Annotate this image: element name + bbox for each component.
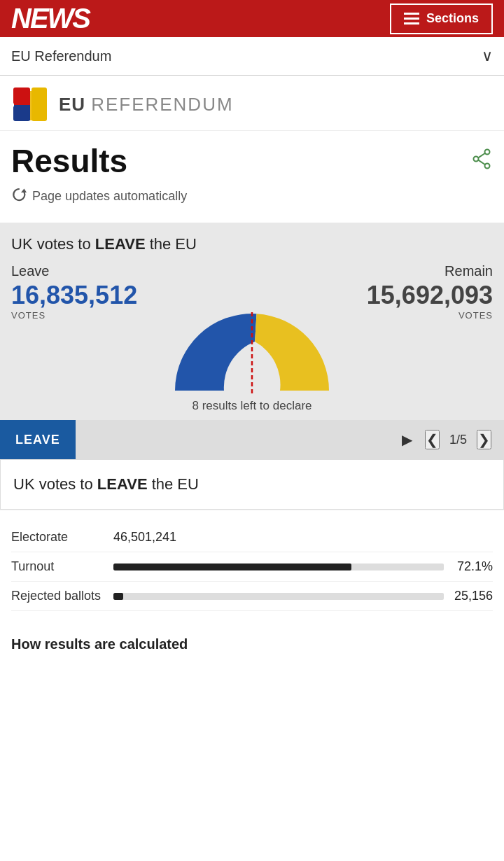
uk-votes-suffix: the EU: [148, 475, 199, 493]
electorate-row: Electorate 46,501,241: [11, 523, 493, 552]
refresh-icon: [11, 187, 27, 206]
turnout-bar-fill: [113, 564, 351, 570]
results-title: Results: [11, 142, 127, 180]
rejected-ballots-bar-fill: [113, 593, 123, 600]
uk-votes-prefix: UK votes to: [13, 475, 97, 493]
rejected-ballots-value: 25,156: [451, 589, 493, 603]
svg-marker-13: [21, 189, 27, 193]
remain-count: 15,692,093: [367, 281, 493, 310]
play-button[interactable]: ▶: [402, 431, 412, 448]
results-section: Results Page updates automatically: [0, 131, 504, 216]
eu-bold-text: EU: [59, 94, 85, 115]
uk-votes-card-text: UK votes to LEAVE the EU: [13, 475, 491, 493]
rejected-ballots-row: Rejected ballots 25,156: [11, 582, 493, 611]
eu-referendum-logo-section: EU REFERENDUM: [0, 76, 504, 131]
vote-headline-suffix: the EU: [146, 235, 197, 253]
svg-point-10: [474, 156, 479, 161]
breadcrumb-text: EU Referendum: [11, 48, 111, 64]
leave-word: VOTES: [11, 310, 137, 321]
remain-label: Remain: [367, 263, 493, 279]
prev-page-button[interactable]: ❮: [425, 430, 440, 449]
leave-tab: LEAVE: [0, 420, 76, 459]
uk-votes-strong: LEAVE: [97, 475, 148, 493]
turnout-bar-track: [113, 564, 444, 570]
eu-cube-icon: [11, 85, 49, 123]
nav-controls: ▶ ❮ 1/5 ❯: [402, 430, 504, 449]
svg-rect-6: [13, 106, 30, 121]
eu-light-text: REFERENDUM: [91, 94, 233, 115]
nav-bar: LEAVE ▶ ❮ 1/5 ❯: [0, 420, 504, 459]
rejected-ballots-label: Rejected ballots: [11, 589, 102, 603]
page-updates-row: Page updates automatically: [11, 187, 493, 216]
vote-panel: UK votes to LEAVE the EU Leave 16,835,51…: [0, 223, 504, 420]
leave-count: 16,835,512: [11, 281, 137, 310]
hamburger-icon: [404, 13, 419, 24]
turnout-label: Turnout: [11, 559, 102, 574]
electorate-value: 46,501,241: [113, 530, 493, 545]
sections-label: Sections: [426, 11, 479, 26]
remain-side: Remain 15,692,093 VOTES: [367, 263, 493, 321]
vote-numbers-row: Leave 16,835,512 VOTES Remain 15,692,093…: [11, 263, 493, 321]
svg-point-9: [485, 163, 490, 168]
svg-point-8: [485, 149, 490, 154]
svg-rect-7: [31, 88, 47, 121]
rejected-ballots-bar-track: [113, 593, 444, 600]
turnout-row: Turnout 72.1%: [11, 552, 493, 582]
uk-votes-card: UK votes to LEAVE the EU: [0, 459, 504, 510]
svg-rect-5: [13, 88, 30, 104]
vote-headline: UK votes to LEAVE the EU: [11, 235, 493, 253]
next-page-button[interactable]: ❯: [477, 430, 491, 449]
vote-headline-prefix: UK votes to: [11, 235, 95, 253]
turnout-bar-container: 72.1%: [113, 559, 493, 574]
turnout-percent: 72.1%: [451, 559, 493, 574]
remain-word: VOTES: [367, 310, 493, 321]
header: NEWS Sections: [0, 0, 504, 37]
rejected-ballots-bar-container: 25,156: [113, 589, 493, 603]
bbc-news-logo: NEWS: [11, 3, 90, 34]
page-updates-text: Page updates automatically: [32, 189, 187, 204]
chevron-down-icon: ∨: [482, 47, 493, 65]
page-indicator: 1/5: [449, 433, 467, 447]
leave-label: Leave: [11, 263, 137, 279]
svg-line-12: [478, 160, 485, 164]
how-results-section: How results are calculated: [0, 624, 504, 659]
how-results-title: How results are calculated: [11, 636, 493, 652]
stats-section: Electorate 46,501,241 Turnout 72.1% Reje…: [0, 510, 504, 624]
share-icon[interactable]: [472, 148, 493, 174]
results-title-row: Results: [11, 142, 493, 180]
svg-line-11: [478, 153, 485, 158]
results-left-text: 8 results left to declare: [192, 399, 312, 413]
breadcrumb-bar[interactable]: EU Referendum ∨: [0, 37, 504, 76]
eu-logo-text: EU REFERENDUM: [59, 94, 234, 115]
vote-headline-strong: LEAVE: [95, 235, 146, 253]
leave-side: Leave 16,835,512 VOTES: [11, 263, 137, 321]
chart-container: 8 results left to declare: [11, 307, 493, 420]
nav-page: ❮ 1/5 ❯: [425, 430, 491, 449]
electorate-label: Electorate: [11, 530, 102, 545]
sections-button[interactable]: Sections: [390, 4, 493, 34]
